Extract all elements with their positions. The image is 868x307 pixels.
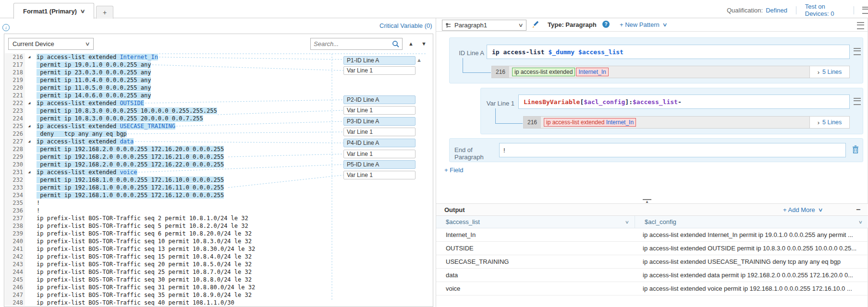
pattern-token: LinesByVariable xyxy=(524,98,580,106)
info-icon[interactable]: i xyxy=(2,24,10,31)
pattern-label-id-line[interactable]: P5-ID Line A xyxy=(343,160,416,169)
acl-name: data xyxy=(120,138,134,145)
code-line[interactable]: 236! xyxy=(5,207,427,214)
tab-format1[interactable]: Format1 (Primary) ∨ xyxy=(13,3,94,19)
output-row[interactable]: Internet_Inip access-list extended Inter… xyxy=(436,228,868,242)
code-line[interactable]: 241ip prefix-list BOS-TOR-Traffic seq 13… xyxy=(5,245,427,253)
pattern-label-var-line[interactable]: Var Line 1 xyxy=(343,128,416,136)
search-box xyxy=(310,38,403,50)
code-line[interactable]: 238ip prefix-list BOS-TOR-Traffic seq 5 … xyxy=(5,222,427,230)
chevron-right-icon: › xyxy=(818,119,819,126)
edit-pencil-icon[interactable] xyxy=(531,21,539,29)
search-icon[interactable] xyxy=(391,40,400,48)
pattern-token: ip access-list xyxy=(492,48,548,56)
search-prev-button[interactable]: ▲ xyxy=(408,41,414,47)
fold-spacer xyxy=(25,84,34,92)
pattern-token: ip access-list extended xyxy=(546,119,606,126)
code-line[interactable]: 220 permit ip 11.0.5.0 0.0.0.255 any xyxy=(5,84,427,92)
code-text: deny tcp any any eq bgp xyxy=(34,130,127,138)
var-line-expand-button[interactable]: › 5 Lines xyxy=(809,117,849,128)
code-line[interactable]: 237ip prefix-list BOS-TOR-Traffic seq 2 … xyxy=(5,214,427,222)
code-line[interactable]: 235! xyxy=(5,199,427,207)
add-tab-button[interactable]: + xyxy=(96,6,113,19)
pattern-label-var-line[interactable]: Var Line 1 xyxy=(343,66,416,75)
code-line[interactable]: 240ip prefix-list BOS-TOR-Traffic seq 10… xyxy=(5,237,427,245)
line-number: 241 xyxy=(5,245,25,253)
line-number: 220 xyxy=(5,84,25,92)
matched-text-token[interactable]: ip access-list extended xyxy=(512,68,575,76)
code-line[interactable]: 246ip prefix-list BOS-TOR-Traffic seq 31… xyxy=(5,283,427,291)
fold-spacer xyxy=(25,184,34,191)
output-column-acl-config[interactable]: $acl_config ∨ xyxy=(635,216,868,228)
line-number: 216 xyxy=(5,53,25,61)
code-line[interactable]: 245ip prefix-list BOS-TOR-Traffic seq 30… xyxy=(5,276,427,283)
new-pattern-button[interactable]: + New Pattern ∨ xyxy=(620,21,667,28)
pattern-label-id-line[interactable]: P3-ID Line A xyxy=(343,117,416,126)
matched-text-token[interactable]: Internet_In xyxy=(576,68,608,76)
fold-marker-icon[interactable]: ◢ xyxy=(25,122,34,130)
pattern-label-var-line[interactable]: Var Line 1 xyxy=(343,106,416,115)
output-row[interactable]: OUTSIDEip access-list extended OUTSIDE p… xyxy=(436,242,868,255)
code-text: ip access-list extended voice xyxy=(34,168,137,176)
output-row[interactable]: dataip access-list extended data permit … xyxy=(436,269,868,282)
help-icon[interactable]: ? xyxy=(602,21,610,28)
end-of-paragraph-input[interactable] xyxy=(499,143,846,157)
code-line[interactable]: 248ip prefix-list BOS-TOR-Traffic seq 40… xyxy=(5,299,427,306)
output-column-access-list[interactable]: $access_list ∨ xyxy=(436,216,635,228)
code-line[interactable]: 247ip prefix-list BOS-TOR-Traffic seq 35… xyxy=(5,291,427,299)
fold-spacer xyxy=(25,199,34,207)
search-input[interactable] xyxy=(311,40,391,47)
pattern-label-id-line[interactable]: P2-ID Line A xyxy=(343,95,416,104)
critical-variable-link[interactable]: Critical Variable (0) xyxy=(379,22,432,29)
menu-icon[interactable] xyxy=(862,7,868,14)
line-number: 229 xyxy=(5,153,25,161)
qualification-value-link[interactable]: Defined xyxy=(766,7,787,14)
code-line[interactable]: 234 permit ip 192.168.1.0 0.0.0.255 172.… xyxy=(5,191,427,199)
line-number: 221 xyxy=(5,92,25,99)
output-cell-access-list: data xyxy=(436,272,635,279)
pattern-token: Internet_In xyxy=(578,69,606,75)
fold-marker-icon[interactable]: ◢ xyxy=(25,53,34,61)
code-line[interactable]: 239ip prefix-list BOS-TOR-Traffic seq 6 … xyxy=(5,230,427,237)
pattern-selector[interactable]: Paragraph1 ∨ xyxy=(442,20,526,31)
fold-spacer xyxy=(25,214,34,222)
code-line[interactable]: 242ip prefix-list BOS-TOR-Traffic seq 15… xyxy=(5,253,427,260)
scroll-up-icon[interactable]: ▲ xyxy=(416,57,422,63)
pattern-label-var-line[interactable]: Var Line 1 xyxy=(343,150,416,158)
id-line-menu-icon[interactable] xyxy=(854,48,861,55)
add-more-button[interactable]: + Add More ∨ xyxy=(783,206,822,213)
panel-menu-icon[interactable] xyxy=(857,22,864,29)
search-next-button[interactable]: ▼ xyxy=(421,41,427,47)
code-line[interactable]: 244ip prefix-list BOS-TOR-Traffic seq 25… xyxy=(5,268,427,276)
minimize-output-icon[interactable]: − xyxy=(856,207,860,212)
line-number: 217 xyxy=(5,61,25,69)
trash-icon[interactable] xyxy=(852,145,859,154)
topbar-right-group: Qualification: Defined Test on Devices: … xyxy=(727,6,868,14)
code-line[interactable]: 243ip prefix-list BOS-TOR-Traffic seq 20… xyxy=(5,260,427,268)
code-text: ip prefix-list BOS-TOR-Traffic seq 2 per… xyxy=(34,214,248,222)
fold-marker-icon[interactable]: ◢ xyxy=(25,168,34,176)
device-selector[interactable]: Current Device ∨ xyxy=(8,38,94,50)
pattern-label-var-line[interactable]: Var Line 1 xyxy=(343,171,416,179)
code-line[interactable]: 219 permit ip 11.0.4.0 0.0.0.255 any xyxy=(5,76,427,84)
pattern-label-id-line[interactable]: P4-ID Line A xyxy=(343,139,416,147)
output-row[interactable]: voiceip access-list extended voice permi… xyxy=(436,282,868,295)
collapse-output-handle[interactable]: ▲ xyxy=(643,199,651,203)
type-label: Type: Paragraph xyxy=(548,21,597,28)
var-line-pattern-input[interactable]: LinesByVariable[$acl_config]:$access_lis… xyxy=(518,94,850,109)
fold-spacer xyxy=(25,130,34,138)
output-row[interactable]: USECASE_TRAININGip access-list extended … xyxy=(436,255,868,269)
code-text: ip prefix-list BOS-TOR-Traffic seq 31 pe… xyxy=(34,283,255,291)
add-field-button[interactable]: + Field xyxy=(444,166,463,174)
id-line-pattern-input[interactable]: ip access-list $_dummy $access_list xyxy=(487,45,850,59)
test-on-devices-link[interactable]: Test on Devices: 0 xyxy=(805,3,845,17)
code-text: ip prefix-list BOS-TOR-Traffic seq 10 pe… xyxy=(34,237,252,245)
id-line-expand-button[interactable]: › 5 Lines xyxy=(809,66,849,78)
fold-marker-icon[interactable]: ◢ xyxy=(25,99,34,107)
fold-marker-icon[interactable]: ◢ xyxy=(25,138,34,145)
var-line-menu-icon[interactable] xyxy=(854,98,861,105)
matched-text-token[interactable]: ip access-list extended Internet_In xyxy=(544,118,636,127)
acl-name: voice xyxy=(120,169,137,176)
pattern-label-id-line[interactable]: P1-ID Line A xyxy=(343,56,416,65)
code-line[interactable]: 233 permit ip 192.168.1.0 0.0.0.255 172.… xyxy=(5,184,427,191)
